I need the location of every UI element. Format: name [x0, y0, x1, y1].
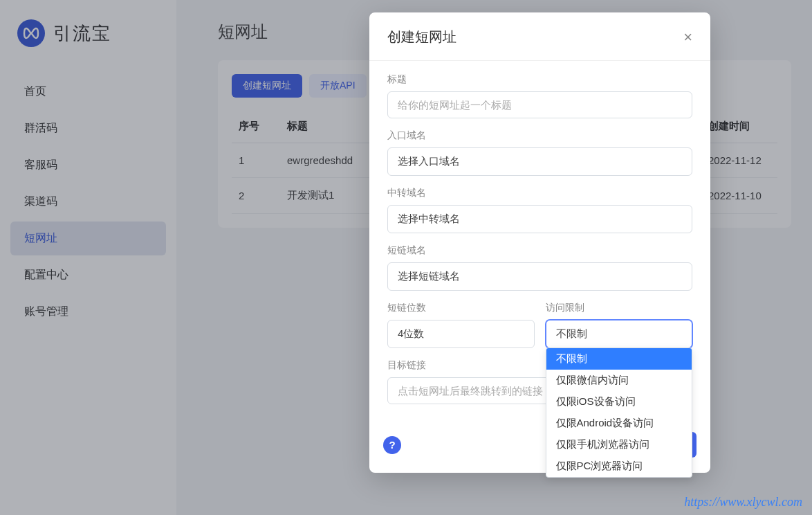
label-access-limit: 访问限制: [546, 302, 693, 314]
dropdown-item[interactable]: 仅限微信内访问: [546, 370, 692, 391]
title-input[interactable]: [387, 91, 692, 118]
modal-title: 创建短网址: [387, 28, 456, 46]
label-title: 标题: [387, 73, 692, 86]
dropdown-item[interactable]: 不限制: [546, 348, 692, 370]
label-short-domain: 短链域名: [387, 244, 692, 257]
access-limit-dropdown: 不限制 仅限微信内访问 仅限iOS设备访问 仅限Android设备访问 仅限手机…: [546, 347, 693, 478]
help-icon[interactable]: ?: [383, 436, 401, 454]
label-entry-domain: 入口域名: [387, 129, 692, 142]
modal-body: 标题 入口域名 选择入口域名 中转域名 选择中转域名 短链域名 选择短链域名 短…: [369, 61, 710, 422]
create-short-url-modal: 创建短网址 × 标题 入口域名 选择入口域名 中转域名 选择中转域名 短链域名 …: [369, 12, 710, 473]
short-length-select[interactable]: 4位数: [387, 320, 535, 348]
close-icon[interactable]: ×: [683, 28, 692, 46]
label-relay-domain: 中转域名: [387, 187, 692, 199]
relay-domain-select[interactable]: 选择中转域名: [387, 205, 692, 233]
dropdown-item[interactable]: 仅限iOS设备访问: [546, 391, 692, 413]
access-limit-select[interactable]: 不限制: [546, 320, 693, 348]
dropdown-item[interactable]: 仅限Android设备访问: [546, 413, 692, 434]
label-short-length: 短链位数: [387, 302, 535, 314]
watermark: https://www.xlycwl.com: [684, 495, 802, 509]
dropdown-item[interactable]: 仅限PC浏览器访问: [546, 455, 692, 477]
entry-domain-select[interactable]: 选择入口域名: [387, 147, 692, 176]
modal-header: 创建短网址 ×: [369, 12, 710, 61]
dropdown-item[interactable]: 仅限手机浏览器访问: [546, 434, 692, 455]
short-domain-select[interactable]: 选择短链域名: [387, 262, 692, 291]
